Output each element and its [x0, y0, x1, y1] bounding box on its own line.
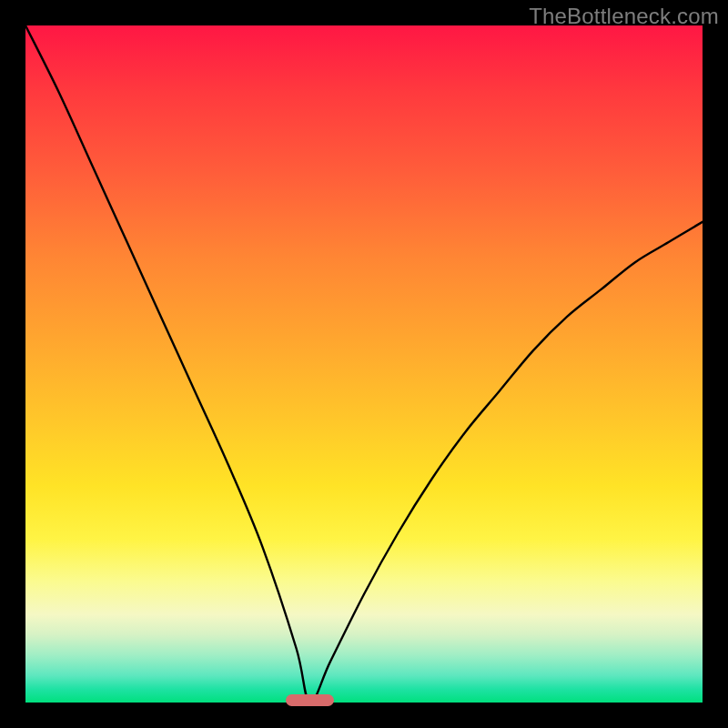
chart-frame: TheBottleneck.com — [0, 0, 728, 728]
bottleneck-curve — [25, 25, 703, 703]
plot-area — [25, 25, 703, 703]
watermark-text: TheBottleneck.com — [529, 4, 719, 29]
optimal-range-marker — [286, 694, 333, 706]
bottleneck-curve-line — [25, 25, 703, 703]
